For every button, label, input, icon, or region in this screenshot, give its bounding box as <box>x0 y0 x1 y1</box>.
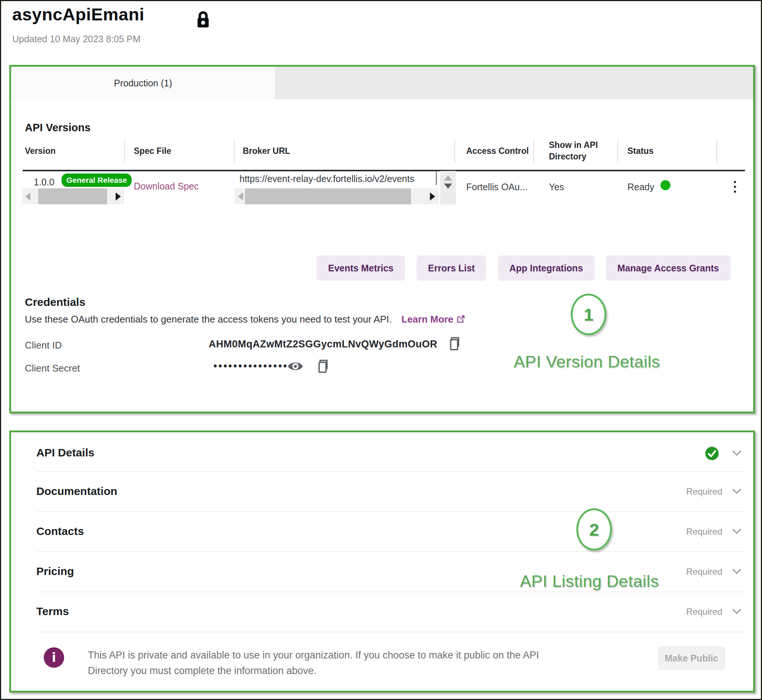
section-divider <box>36 511 746 512</box>
scroll-left-arrow-icon[interactable] <box>238 192 243 201</box>
annotation-step-2-label: API Listing Details <box>520 572 659 591</box>
tab-production[interactable]: Production (1) <box>11 67 275 99</box>
notice-line-2: Directory you must complete the informat… <box>88 663 539 678</box>
chevron-down-icon[interactable] <box>732 528 742 536</box>
required-badge: Required <box>686 567 722 577</box>
credentials-description-text: Use these OAuth credentials to generate … <box>25 314 392 325</box>
broker-url-value[interactable]: https://event-relay-dev.fortellis.io/v2/… <box>239 173 414 184</box>
column-header-spec-file: Spec File <box>134 146 171 156</box>
app-integrations-button[interactable]: App Integrations <box>498 255 595 281</box>
spinner-up-icon[interactable] <box>444 175 452 181</box>
annotation-step-1-circle: 1 <box>571 294 606 335</box>
section-divider <box>36 551 746 552</box>
required-badge: Required <box>686 527 722 537</box>
broker-url-scrollbar[interactable] <box>234 188 439 204</box>
table-header-rule <box>23 170 745 171</box>
required-badge: Required <box>686 606 722 617</box>
private-api-notice: This API is private and available to use… <box>88 647 539 678</box>
external-link-icon[interactable] <box>456 315 465 326</box>
annotation-step-1-label: API Version Details <box>514 352 660 372</box>
client-id-value: AHM0MqAZwMtZ2SGGycmLNvQWyGdmOuOR <box>209 339 437 350</box>
scrollbar-thumb[interactable] <box>245 188 411 204</box>
section-api-details[interactable]: API Details <box>36 446 95 459</box>
column-divider <box>717 140 717 162</box>
scroll-left-arrow-icon[interactable] <box>25 192 30 201</box>
spinner-down-icon[interactable] <box>444 184 452 189</box>
column-divider <box>124 140 125 162</box>
reveal-secret-eye-icon[interactable] <box>287 359 304 375</box>
column-header-status: Status <box>628 146 653 156</box>
make-public-button[interactable]: Make Public <box>658 646 725 670</box>
section-terms[interactable]: Terms <box>36 605 69 618</box>
column-header-version: Version <box>25 146 56 156</box>
tab-bar: Production (1) <box>11 67 753 99</box>
column-divider <box>454 140 455 162</box>
download-spec-link[interactable]: Download Spec <box>134 181 199 192</box>
credentials-heading: Credentials <box>25 296 85 308</box>
column-divider <box>617 140 618 162</box>
api-listing-details-panel: API Details Documentation Required Conta… <box>9 430 755 692</box>
scrollbar-thumb[interactable] <box>38 188 107 204</box>
section-divider <box>36 632 746 632</box>
info-icon: i <box>44 647 64 668</box>
scroll-right-arrow-icon[interactable] <box>430 192 435 201</box>
manage-access-grants-button[interactable]: Manage Access Grants <box>606 255 731 281</box>
api-version-details-panel: Production (1) API Versions Version Spec… <box>9 65 755 413</box>
page: asyncApiEmani Updated 10 May 2023 8:05 P… <box>0 0 762 700</box>
client-secret-label: Client Secret <box>25 362 80 374</box>
updated-timestamp: Updated 10 May 2023 8:05 PM <box>12 34 141 44</box>
credentials-description: Use these OAuth credentials to generate … <box>25 314 465 326</box>
chevron-down-icon[interactable] <box>732 608 742 616</box>
url-spinner-control[interactable] <box>440 171 456 204</box>
column-divider <box>234 140 234 162</box>
text-cursor <box>436 172 437 185</box>
column-header-access-control: Access Control <box>466 146 529 156</box>
learn-more-link[interactable]: Learn More <box>401 314 453 325</box>
chevron-down-icon[interactable] <box>732 568 742 576</box>
scroll-right-arrow-icon[interactable] <box>116 192 121 201</box>
errors-list-button[interactable]: Errors List <box>417 255 486 281</box>
section-divider <box>36 592 746 592</box>
section-documentation[interactable]: Documentation <box>36 485 117 498</box>
lock-icon <box>195 11 211 30</box>
status-value: Ready <box>628 182 654 192</box>
show-in-directory-value: Yes <box>549 182 564 192</box>
chevron-down-icon[interactable] <box>732 488 742 496</box>
column-header-broker-url: Broker URL <box>243 146 290 156</box>
column-header-show-in-api-directory: Show in API Directory <box>549 139 613 162</box>
complete-check-icon <box>705 446 719 462</box>
required-badge: Required <box>686 486 722 497</box>
page-title: asyncApiEmani <box>12 4 145 25</box>
client-id-label: Client ID <box>25 340 62 351</box>
section-pricing[interactable]: Pricing <box>36 565 74 578</box>
version-cell-scrollbar[interactable] <box>22 188 124 204</box>
notice-line-1: This API is private and available to use… <box>88 647 539 663</box>
copy-client-id-icon[interactable] <box>448 336 462 354</box>
section-contacts[interactable]: Contacts <box>36 525 84 538</box>
column-divider <box>533 140 534 162</box>
version-value: 1.0.0 <box>34 177 55 188</box>
copy-client-secret-icon[interactable] <box>316 359 331 377</box>
client-secret-masked-value: ••••••••••••••••• <box>214 360 298 372</box>
general-release-badge: General Release <box>61 173 131 187</box>
chevron-down-icon[interactable] <box>732 450 742 458</box>
annotation-step-2-circle: 2 <box>576 508 612 551</box>
section-divider <box>36 471 746 472</box>
row-kebab-menu-icon[interactable] <box>729 177 740 197</box>
events-metrics-button[interactable]: Events Metrics <box>317 255 405 281</box>
api-versions-heading: API Versions <box>25 122 91 134</box>
version-actions-row: Events Metrics Errors List App Integrati… <box>317 255 731 281</box>
access-control-value: Fortellis OAu... <box>466 182 528 192</box>
status-ready-dot <box>661 180 670 190</box>
